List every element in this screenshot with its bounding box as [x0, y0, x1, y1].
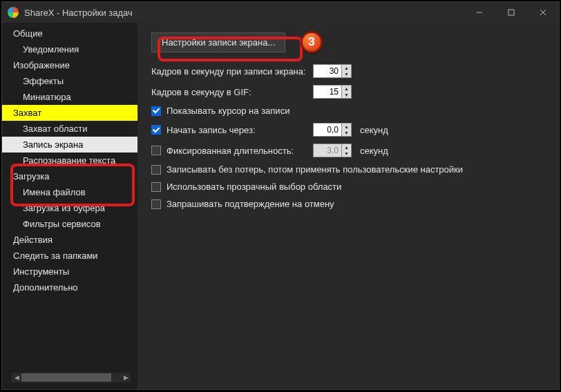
start-delay-label: Начать запись через:: [167, 125, 307, 135]
sidebar-item-ocr[interactable]: Распознавание текста: [2, 153, 137, 168]
scroll-left-icon[interactable]: ◀: [12, 373, 21, 382]
start-delay-spinner[interactable]: ▲▼: [313, 123, 352, 137]
fps-gif-label: Кадров в секунду в GIF:: [151, 87, 307, 97]
fixed-duration-checkbox[interactable]: [151, 146, 161, 155]
sidebar-item-watch-folders[interactable]: Следить за папками: [2, 248, 137, 264]
lossless-checkbox[interactable]: [151, 165, 161, 175]
fixed-duration-spinner: ▲▼: [313, 144, 352, 157]
sidebar-item-advanced[interactable]: Дополнительно: [2, 280, 137, 295]
seconds-unit: секунд: [360, 146, 388, 156]
fps-screen-spinner[interactable]: ▲▼: [313, 64, 352, 78]
sidebar-item-tools[interactable]: Инструменты: [2, 264, 137, 280]
sidebar-item-image[interactable]: Изображение: [2, 57, 137, 73]
start-delay-input[interactable]: [314, 124, 341, 136]
spinner-down-icon[interactable]: ▼: [342, 71, 351, 77]
transparent-region-checkbox[interactable]: [151, 182, 161, 192]
sidebar-item-notifications[interactable]: Уведомления: [2, 41, 137, 57]
fixed-duration-label: Фиксированная длительность:: [167, 146, 307, 156]
start-delay-checkbox[interactable]: [151, 125, 161, 135]
titlebar: ShareX - Настройки задач: [2, 2, 559, 23]
fixed-duration-input: [314, 144, 341, 157]
fps-gif-input[interactable]: [314, 86, 341, 98]
spinner-up-icon[interactable]: ▲: [342, 86, 351, 92]
content-pane: Настройки записи экрана... 3 Кадров в се…: [137, 23, 559, 389]
spinner-down-icon[interactable]: ▼: [342, 130, 351, 136]
window-title: ShareX - Настройки задач: [24, 8, 133, 18]
close-button[interactable]: [527, 2, 559, 23]
svg-rect-1: [508, 10, 514, 15]
maximize-button[interactable]: [495, 2, 527, 23]
seconds-unit: секунд: [360, 125, 388, 135]
sidebar-item-thumbnail[interactable]: Миниатюра: [2, 89, 137, 105]
sidebar-item-screen-recording[interactable]: Запись экрана: [2, 137, 137, 153]
sidebar-item-uploader-filters[interactable]: Фильтры сервисов: [2, 216, 137, 232]
app-logo-icon: [8, 7, 19, 18]
spinner-up-icon[interactable]: ▲: [342, 65, 351, 71]
fps-screen-label: Кадров в секунду при записи экрана:: [151, 66, 307, 77]
sidebar: Общие Уведомления Изображение Эффекты Ми…: [2, 23, 137, 389]
sidebar-item-effects[interactable]: Эффекты: [2, 73, 137, 89]
sidebar-item-general[interactable]: Общие: [2, 26, 137, 41]
sidebar-item-region-capture[interactable]: Захват области: [2, 121, 137, 137]
show-cursor-checkbox[interactable]: [151, 106, 161, 116]
sidebar-item-actions[interactable]: Действия: [2, 232, 137, 248]
transparent-region-label: Использовать прозрачный выбор области: [167, 182, 341, 192]
fps-screen-input[interactable]: [314, 65, 341, 77]
sidebar-item-capture[interactable]: Захват: [2, 105, 137, 121]
scrollbar-thumb[interactable]: [21, 373, 111, 382]
spinner-down-icon[interactable]: ▼: [342, 92, 351, 98]
sidebar-scrollbar[interactable]: ◀ ▶: [12, 373, 131, 382]
sidebar-item-filenames[interactable]: Имена файлов: [2, 184, 137, 200]
lossless-label: Записывать без потерь, потом применять п…: [167, 164, 463, 175]
fps-gif-spinner[interactable]: ▲▼: [313, 85, 352, 99]
annotation-badge-3: 3: [301, 31, 323, 53]
show-cursor-label: Показывать курсор на записи: [167, 106, 289, 116]
confirm-cancel-label: Запрашивать подтверждение на отмену: [167, 199, 334, 209]
sidebar-item-clipboard-upload[interactable]: Загрузка из буфера: [2, 200, 137, 216]
screen-recording-options-button[interactable]: Настройки записи экрана...: [151, 32, 285, 52]
spinner-down-icon: ▼: [342, 150, 351, 157]
spinner-up-icon[interactable]: ▲: [342, 124, 351, 130]
minimize-button[interactable]: [464, 2, 495, 23]
spinner-up-icon: ▲: [342, 144, 351, 150]
sidebar-item-upload[interactable]: Загрузка: [2, 168, 137, 184]
confirm-cancel-checkbox[interactable]: [151, 199, 161, 209]
scroll-right-icon[interactable]: ▶: [121, 373, 131, 382]
